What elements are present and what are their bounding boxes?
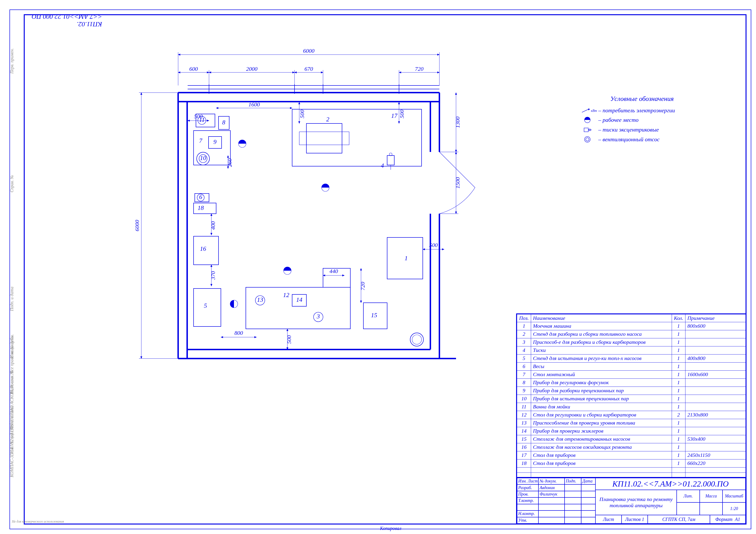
table-row: 12Стол для регулировки и сборки карбюрат… xyxy=(517,411,746,419)
side-note: Подп. и дата xyxy=(10,405,14,430)
legend-text: – тиски эксцентриковые xyxy=(598,126,659,133)
signer-cell xyxy=(538,517,565,523)
lit-label: Лит. xyxy=(677,490,700,502)
table-row: 3Приспособ-е для разборки и сборки карбю… xyxy=(517,338,746,346)
svg-text:10: 10 xyxy=(200,155,206,161)
signer-header: Изм. Лист xyxy=(517,478,538,484)
svg-text:500: 500 xyxy=(299,110,305,118)
signer-cell xyxy=(538,497,565,504)
legend-text: – потребитель электроэнергии xyxy=(598,107,675,114)
signer-cell: Н.контр. xyxy=(517,511,538,517)
drawing-title: Планировка участка по ремонту топливной … xyxy=(595,490,677,515)
svg-text:670: 670 xyxy=(305,66,313,72)
legend-row: – рабочее место xyxy=(580,116,704,124)
equip-18 xyxy=(194,203,216,214)
svg-line-96 xyxy=(582,109,589,112)
drawing-sheet: КП11.02.<<7.АМ>>01.22.000.ПО КОМПАС-3D L… xyxy=(0,0,756,534)
spec-h-note: Примечание xyxy=(686,314,746,322)
svg-rect-99 xyxy=(584,128,588,132)
top-code-label: КП11.02.<<7.АМ>>01.22.000.ПО xyxy=(24,14,102,26)
spec-h-pos: Поз. xyxy=(517,314,531,322)
signer-cell xyxy=(581,517,595,523)
worker-icon xyxy=(580,116,594,124)
table-row: 4Тиски1 xyxy=(517,346,746,354)
svg-point-41 xyxy=(412,335,421,344)
equip-5 xyxy=(194,288,221,327)
svg-text:720: 720 xyxy=(360,282,366,290)
legend: Условные обозначения кВт – потребитель э… xyxy=(580,95,704,146)
drawing-code: КП11.02.<<7.АМ>>01.22.000.ПО xyxy=(595,478,745,490)
scale-value: 1:20 xyxy=(722,502,745,515)
svg-text:800: 800 xyxy=(234,330,243,336)
worker-symbols xyxy=(230,140,329,308)
svg-text:14: 14 xyxy=(296,296,302,303)
table-row: 17Стол для приборов12450х1150 xyxy=(517,451,746,459)
svg-text:1600: 1600 xyxy=(249,101,260,108)
table-row: 10Прибор для испытания прецензионных пар… xyxy=(517,395,746,403)
table-row: 6Весы1 xyxy=(517,362,746,370)
table-row: 18Стол для приборов1660х220 xyxy=(517,459,746,467)
left-margin-strip: КОМПАС-3D LT V12 (c) 1989-2011 ЗАО АСКОН… xyxy=(10,14,24,524)
sheets-label: Листов 1 xyxy=(622,515,648,523)
vent-icon xyxy=(580,136,594,143)
svg-text:15: 15 xyxy=(371,312,377,319)
signer-cell xyxy=(581,491,595,497)
svg-text:500: 500 xyxy=(399,110,405,118)
power-icon: кВт xyxy=(580,108,594,113)
side-note: Справ. № xyxy=(10,175,14,192)
signer-cell xyxy=(538,504,565,511)
legend-text: – вентиляционный отсос xyxy=(598,136,660,143)
mass-value xyxy=(700,502,723,515)
svg-text:13: 13 xyxy=(257,296,263,303)
spec-h-name: Наименование xyxy=(531,314,672,322)
svg-text:16: 16 xyxy=(200,245,206,252)
table-row: 13Приспособление для проверки уровня топ… xyxy=(517,419,746,427)
signer-header: Дата xyxy=(581,478,595,484)
equip-12 xyxy=(246,287,350,329)
watermark: Не для коммерческого использования xyxy=(12,520,64,523)
signer-header: Подп. xyxy=(565,478,581,484)
mass-label: Масса xyxy=(700,490,723,502)
svg-text:5: 5 xyxy=(204,302,207,309)
pos-2: 2 xyxy=(326,116,329,123)
table-row: 2Стенд для разборки и сборки топливного … xyxy=(517,330,746,338)
format-cell: Формат А1 xyxy=(710,515,745,523)
table-row: 15Стеллаж для отремонтированных насосов1… xyxy=(517,435,746,443)
svg-text:370: 370 xyxy=(210,271,216,280)
title-block: Изм. Лист№ докум.Подп.ДатаРазраб.Авдонин… xyxy=(516,477,746,524)
svg-text:500: 500 xyxy=(286,335,292,344)
equip-4 xyxy=(387,153,394,170)
scale-label: Масштаб xyxy=(722,490,745,502)
signer-cell xyxy=(581,511,595,517)
signer-header: № докум. xyxy=(538,478,565,484)
tb-org-row: Лист Листов 1 СГПТК СП, 7ам Формат А1 xyxy=(595,515,745,523)
signer-cell: Т.контр. xyxy=(517,497,538,504)
legend-row: – тиски эксцентриковые xyxy=(580,126,704,133)
pos-4: 4 xyxy=(381,162,384,169)
legend-text: – рабочее место xyxy=(598,117,639,123)
pos-17: 17 xyxy=(391,112,398,119)
legend-row: кВт – потребитель электроэнергии xyxy=(580,107,704,114)
signer-cell xyxy=(517,504,538,511)
svg-text:8: 8 xyxy=(222,119,226,126)
legend-title: Условные обозначения xyxy=(580,95,704,103)
signer-cell xyxy=(565,484,581,491)
svg-text:720: 720 xyxy=(415,66,423,72)
svg-text:500: 500 xyxy=(194,113,202,120)
svg-text:3: 3 xyxy=(317,313,320,320)
table-row: 5Стенд для испытания и регул-ки топл-х н… xyxy=(517,354,746,362)
svg-text:6: 6 xyxy=(199,194,202,200)
signer-cell: Филипчук xyxy=(538,491,565,497)
signer-cell xyxy=(565,497,581,504)
floor-plan: 17 2 4 11 8 7 9 10 6 xyxy=(147,62,480,389)
svg-text:400: 400 xyxy=(210,221,216,230)
svg-point-103 xyxy=(586,138,589,141)
spec-table: Поз. Наименование Кол. Примечание 1Моечн… xyxy=(516,313,746,478)
table-row: 11Ванна для мойки1 xyxy=(517,403,746,411)
svg-rect-17 xyxy=(299,132,349,145)
table-row: 8Прибор для регулировки форсунок1 xyxy=(517,379,746,387)
signer-cell: Утв. xyxy=(517,517,538,523)
signer-cell xyxy=(538,511,565,517)
svg-text:600: 600 xyxy=(189,66,198,72)
side-note: Взам. инв. № xyxy=(10,371,14,394)
